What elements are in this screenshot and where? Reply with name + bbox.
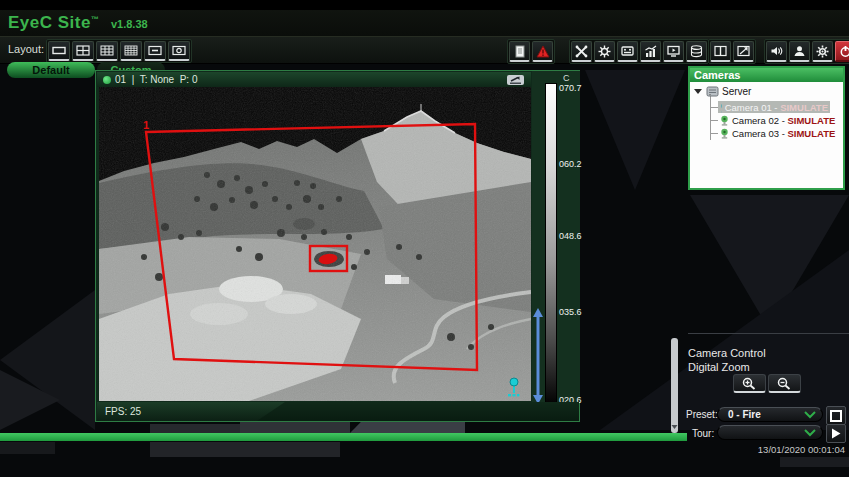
document-button[interactable] (509, 41, 530, 62)
layout-grid4-button[interactable] (120, 41, 142, 61)
popout-icon[interactable] (507, 75, 524, 85)
tour-play-button[interactable] (826, 424, 846, 443)
recorder-button[interactable] (617, 41, 638, 62)
preset-label: Preset: (686, 409, 718, 420)
temp-tick: 035.6 (559, 307, 582, 317)
user-icon (793, 45, 806, 57)
layout-grid2-button[interactable] (72, 41, 94, 61)
panel-scrollbar[interactable] (671, 338, 678, 433)
cameras-title: Cameras (694, 69, 740, 81)
layout-grid3-button[interactable] (96, 41, 118, 61)
video-panel: 01 | T: None P: 0 (95, 70, 580, 422)
tools-icon (575, 45, 588, 58)
database-icon (690, 45, 703, 58)
tab-default-label: Default (32, 64, 69, 76)
layout-sequence-button[interactable] (168, 41, 190, 61)
layout-single-button[interactable] (48, 41, 70, 61)
statistics-icon (644, 45, 657, 58)
preset-value: 0 - Fire (728, 409, 761, 420)
layout-strip-button[interactable] (144, 41, 166, 61)
power-icon (839, 45, 849, 58)
tour-dropdown[interactable] (717, 425, 823, 440)
play-icon (831, 428, 841, 439)
database-button[interactable] (686, 41, 707, 62)
app-version: v1.8.38 (111, 18, 148, 30)
temp-range-slider[interactable] (532, 308, 544, 404)
zoom-out-button[interactable] (768, 374, 801, 393)
digital-zoom-label: Digital Zoom (688, 361, 750, 373)
camera-name: Camera 02 - (732, 115, 787, 126)
processing-button[interactable] (594, 41, 615, 62)
monitor-button[interactable] (663, 41, 684, 62)
application-window: EyeC Site™v1.8.38 Layout: (0, 0, 849, 477)
tools-button[interactable] (571, 41, 592, 62)
split-view-button[interactable] (710, 41, 731, 62)
preset-stop-button[interactable] (826, 406, 846, 425)
tree-expand-icon[interactable] (694, 88, 703, 95)
power-button[interactable] (835, 41, 849, 62)
fps-status-bar: FPS: 25 (97, 402, 579, 421)
alarm-buttons-group (507, 39, 555, 64)
preset-dropdown[interactable]: 0 - Fire (717, 407, 823, 422)
scroll-down-icon[interactable] (671, 424, 678, 430)
server-icon (706, 86, 719, 97)
view-buttons-group (708, 39, 756, 64)
controls-separator (688, 333, 849, 334)
temperature-gradient-bar (545, 83, 557, 407)
system-buttons-group (764, 39, 849, 64)
camera-simulate-tag: SIMULATE (787, 115, 835, 126)
split-view-icon (714, 45, 727, 57)
settings-gear-icon (816, 45, 829, 58)
tree-node-server[interactable]: Server (694, 85, 751, 97)
thermal-scene (99, 87, 531, 401)
layout-sequence-icon (172, 45, 186, 56)
main-toolbar: Layout: (0, 36, 849, 64)
settings-button[interactable] (812, 41, 833, 62)
camera-simulate-tag: SIMULATE (780, 102, 828, 113)
processing-gear-icon (598, 45, 611, 58)
fps-label: FPS: 25 (105, 406, 141, 417)
chevron-down-icon (804, 429, 816, 437)
video-header-text: 01 | T: None P: 0 (115, 74, 197, 85)
user-button[interactable] (789, 41, 810, 62)
temperature-scale: C 070.7 060.2 048.6 035.6 020.6 (532, 71, 580, 402)
tour-label: Tour: (692, 428, 714, 439)
datetime-display: 13/01/2020 00:01:04 (730, 444, 845, 455)
camera-icon (720, 102, 722, 113)
audio-button[interactable] (766, 41, 787, 62)
chevron-down-icon (804, 411, 816, 419)
tools-buttons-group (569, 39, 709, 64)
camera-tree-item-3[interactable]: Camera 03 - SIMULATE (718, 127, 837, 139)
camera-simulate-tag: SIMULATE (787, 128, 835, 139)
cameras-panel-header: Cameras (690, 68, 843, 82)
zoom-in-icon (741, 377, 758, 390)
monitor-icon (667, 45, 680, 57)
tab-default[interactable]: Default (7, 62, 95, 78)
thermal-video-frame[interactable]: 1 (99, 87, 531, 401)
camera-tree-item-2[interactable]: Camera 02 - SIMULATE (718, 114, 837, 126)
resize-button[interactable] (733, 41, 754, 62)
temp-tick: 060.2 (559, 159, 582, 169)
camera-status-dot (103, 76, 111, 84)
speaker-icon (770, 45, 783, 57)
camera-icon (720, 115, 729, 126)
alarm-icon (536, 45, 550, 58)
layout-single-icon (52, 45, 66, 56)
layout-strip-icon (148, 45, 162, 56)
zoom-out-icon (776, 377, 793, 390)
document-icon (514, 45, 526, 58)
camera-tree: Server Camera 01 - SIMULATE Camera 02 - … (690, 82, 843, 188)
alarm-button[interactable] (532, 41, 553, 62)
statistics-button[interactable] (640, 41, 661, 62)
temp-tick: 070.7 (559, 83, 582, 93)
app-title: EyeC Site (8, 13, 91, 32)
video-header[interactable]: 01 | T: None P: 0 (97, 72, 531, 87)
zoom-in-button[interactable] (733, 374, 766, 393)
layout-label: Layout: (8, 43, 44, 55)
fps-bar-decor (257, 402, 579, 421)
zone-number-label: 1 (143, 119, 149, 131)
layout-grid4-icon (124, 45, 138, 56)
camera-control-label: Camera Control (688, 347, 766, 359)
camera-tree-item-1[interactable]: Camera 01 - SIMULATE (718, 101, 830, 113)
server-label: Server (722, 86, 751, 97)
